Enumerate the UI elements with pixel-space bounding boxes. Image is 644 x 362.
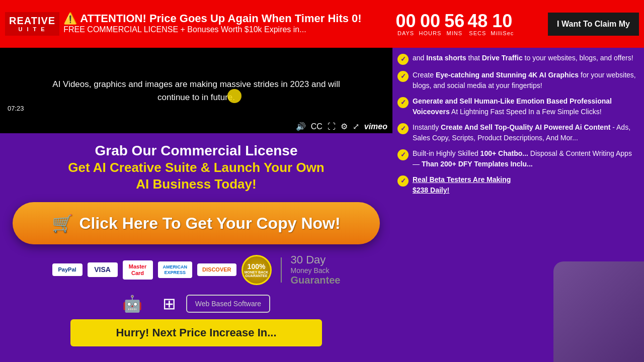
- check-icon-6: ✓: [397, 175, 409, 187]
- feature-item-2: ✓ Create Eye-catching and Stunning 4K AI…: [397, 70, 636, 91]
- hurry-bar: Hurry! Next Price Increase In...: [70, 319, 322, 346]
- cta-btn-label: Click Here To Get Your Copy Now!: [79, 214, 340, 233]
- video-player[interactable]: AI Videos, graphics and images are makin…: [0, 48, 392, 133]
- volume-icon[interactable]: 🔊: [296, 122, 306, 131]
- check-icon-1: ✓: [397, 54, 409, 65]
- guarantee-pct: 100%: [248, 262, 266, 270]
- feature-text-6: Real Beta Testers Are Making$238 Daily!: [413, 174, 511, 196]
- right-panel: ✓ and Insta shorts that Drive Traffic to…: [392, 48, 644, 362]
- video-controls[interactable]: 🔊 CC ⛶ ⚙ ⤢ vimeo: [0, 120, 392, 133]
- top-bar: REATIVE U I T E ⚠️ ATTENTION! Price Goes…: [0, 0, 644, 48]
- timer-secs-value: 48: [467, 12, 488, 30]
- timer-days-label: DAYS: [397, 30, 414, 36]
- visa-badge: VISA: [88, 262, 118, 277]
- paypal-badge: PayPal: [52, 263, 83, 276]
- headline-sub: Get AI Creative Suite & Launch Your Own: [68, 159, 325, 176]
- timer-days-value: 00: [395, 12, 416, 30]
- headline-main: Grab Our Commercial License: [68, 142, 325, 159]
- feature-list: ✓ and Insta shorts that Drive Traffic to…: [397, 53, 636, 196]
- video-timestamp: 07:23: [5, 104, 27, 113]
- os-row: 🤖 ⊞ Web Based Software: [122, 294, 270, 313]
- timer-hours-value: 00: [420, 12, 440, 30]
- fullscreen-icon[interactable]: ⛶: [328, 122, 336, 131]
- countdown-timer: 00 DAYS 00 HOURS 56 MINS 48 SECS 10 Mill…: [395, 12, 514, 36]
- settings-icon[interactable]: ⚙: [341, 122, 348, 131]
- vimeo-logo: vimeo: [364, 122, 387, 131]
- check-icon-2: ✓: [397, 71, 409, 82]
- feature-text-1: and Insta shorts that Drive Traffic to y…: [413, 53, 633, 63]
- timer-mins-label: MINS: [447, 30, 463, 36]
- guarantee-days: 30 Day: [291, 253, 341, 266]
- logo-line1: REATIVE: [9, 15, 55, 26]
- top-bar-left: REATIVE U I T E ⚠️ ATTENTION! Price Goes…: [5, 12, 362, 35]
- guarantee-divider: [281, 257, 282, 283]
- feature-item-1: ✓ and Insta shorts that Drive Traffic to…: [397, 53, 636, 65]
- feature-text-5: Built-in Highly Skilled 100+ Chatbo... D…: [413, 148, 636, 169]
- headline-area: Grab Our Commercial License Get AI Creat…: [48, 133, 345, 198]
- feature-item-4: ✓ Instantly Create And Sell Top-Quality …: [397, 122, 636, 143]
- timer-mins: 56 MINS: [444, 12, 464, 36]
- attention-line2: FREE COMMERCIAL LICENSE + Bonuses Worth …: [63, 25, 361, 34]
- feature-item-6: ✓ Real Beta Testers Are Making$238 Daily…: [397, 174, 636, 196]
- guarantee-badge: 100% MONEY BACK GUARANTEE: [242, 255, 272, 285]
- timer-days: 00 DAYS: [395, 12, 416, 36]
- guarantee-30: 30: [291, 253, 303, 266]
- android-icon: 🤖: [122, 294, 142, 313]
- logo-line2: U I T E: [9, 26, 55, 32]
- main-content: AI Videos, graphics and images are makin…: [0, 48, 644, 362]
- mastercard-badge: MasterCard: [123, 260, 153, 280]
- guarantee-word: Guarantee: [291, 275, 341, 286]
- feature-text-2: Create Eye-catching and Stunning 4K AI G…: [413, 70, 636, 91]
- left-panel: AI Videos, graphics and images are makin…: [0, 48, 392, 362]
- check-icon-4: ✓: [397, 123, 409, 134]
- expand-icon[interactable]: ⤢: [353, 122, 359, 131]
- check-icon-5: ✓: [397, 149, 409, 160]
- timer-hours-label: HOURS: [419, 30, 442, 36]
- feature-text-4: Instantly Create And Sell Top-Quality AI…: [413, 122, 636, 143]
- attention-line1: ⚠️ ATTENTION! Price Goes Up Again When T…: [63, 12, 361, 25]
- guarantee-day-label: Day: [306, 253, 326, 266]
- top-cta-button[interactable]: I Want To Claim My: [548, 13, 639, 36]
- timer-mins-value: 56: [444, 12, 464, 30]
- headline-sub2: AI Business Today!: [68, 176, 325, 193]
- windows-icon: ⊞: [163, 294, 176, 313]
- caption-icon[interactable]: CC: [311, 122, 323, 131]
- feature-text-3: Generate and Sell Human-Like Emotion Bas…: [413, 96, 636, 117]
- timer-millisec: 10 MilliSec: [491, 12, 514, 36]
- warning-icon: ⚠️: [63, 12, 77, 25]
- web-software-badge: Web Based Software: [186, 295, 270, 313]
- timer-millisec-value: 10: [492, 12, 512, 30]
- cursor-highlight: [227, 89, 242, 103]
- timer-hours: 00 HOURS: [419, 12, 442, 36]
- cart-icon: 🛒: [52, 213, 73, 233]
- payment-row: PayPal VISA MasterCard AMERICANEXPRESS D…: [52, 253, 341, 286]
- guarantee-circle-text: MONEY BACK GUARANTEE: [243, 270, 270, 278]
- timer-secs-label: SECS: [469, 30, 486, 36]
- attention-text: ⚠️ ATTENTION! Price Goes Up Again When T…: [63, 12, 361, 34]
- logo: REATIVE U I T E: [5, 12, 59, 35]
- guarantee-text: 30 Day Money Back Guarantee: [291, 253, 341, 286]
- main-cta-button[interactable]: 🛒 Click Here To Get Your Copy Now!: [13, 202, 380, 244]
- discover-badge: DISCOVER: [197, 263, 236, 276]
- attention-main: ATTENTION! Price Goes Up Again When Time…: [80, 12, 361, 25]
- person-overlay: [543, 261, 644, 362]
- feature-item-3: ✓ Generate and Sell Human-Like Emotion B…: [397, 96, 636, 117]
- amex-badge: AMERICANEXPRESS: [158, 261, 193, 279]
- check-icon-3: ✓: [397, 97, 409, 108]
- timer-millisec-label: MilliSec: [491, 30, 514, 36]
- feature-item-5: ✓ Built-in Highly Skilled 100+ Chatbo...…: [397, 148, 636, 169]
- person-image: [553, 261, 644, 362]
- guarantee-circle: 100% MONEY BACK GUARANTEE: [242, 255, 272, 285]
- timer-secs: 48 SECS: [467, 12, 488, 36]
- video-text: AI Videos, graphics and images are makin…: [39, 78, 353, 104]
- guarantee-money-back: Money Back: [291, 266, 341, 275]
